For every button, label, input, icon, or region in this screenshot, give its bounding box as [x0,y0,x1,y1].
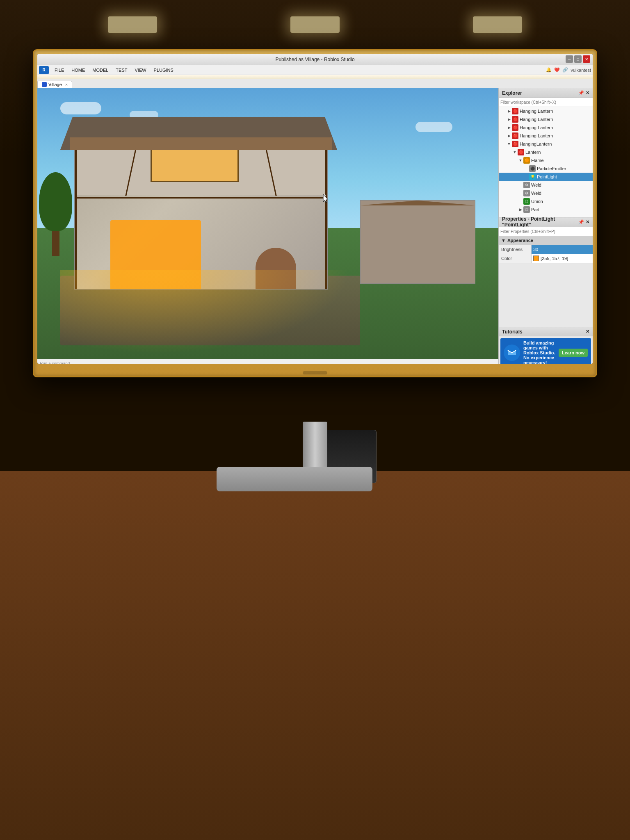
tree-item-hanging-lantern-5[interactable]: ▼ 🔴 HangingLantern [499,140,593,148]
explorer-header: Explorer 📌 ✕ [499,88,593,98]
explorer-filter[interactable] [499,98,593,107]
point-light-icon: 💡 [529,173,536,180]
building-main [74,136,328,290]
tree-item-union[interactable]: ⬡ Union [499,197,593,205]
appearance-arrow: ▼ [501,238,506,243]
ceiling-light-3 [473,16,522,33]
learn-now-button[interactable]: Learn now [559,349,588,357]
properties-filter[interactable] [499,227,593,236]
scene-tab[interactable]: Village × [37,81,72,88]
cloud-1 [60,102,101,114]
tree-item-lantern[interactable]: ▼ 🔴 Lantern [499,148,593,156]
explorer-pin[interactable]: 📌 [578,90,584,96]
bg-roof [361,201,475,205]
window-title: Published as Village - Roblox Studio [275,57,354,62]
menu-file[interactable]: FILE [51,67,67,73]
menu-test[interactable]: TEST [112,67,130,73]
menu-bar: R FILE HOME MODEL TEST VIEW PLUGINS 🔔 ❤️… [37,65,593,75]
tree-left [37,172,74,256]
brightness-row: Brightness 30 [499,245,593,254]
lantern-icon-5: 🔴 [512,141,518,147]
monitor-bezel-bottom [303,371,327,374]
color-value[interactable]: [255, 157, 19] [532,254,593,263]
roblox-logo: R [39,66,49,74]
command-bar[interactable]: Run a command [37,359,498,364]
tutorials-header: Tutorials ✕ [499,327,593,336]
ceiling-lights [0,16,630,33]
properties-header: Properties - PointLight "PointLight" 📌 ✕ [499,217,593,227]
tutorials-icon [504,345,520,361]
tree-item-hanging-lantern-4[interactable]: ▶ 🔴 Hanging Lantern [499,132,593,140]
cloud-3 [415,122,452,132]
title-bar: Published as Village - Roblox Studio ─ □… [37,54,593,65]
explorer-actions: 📌 ✕ [578,90,589,96]
color-row: Color [255, 157, 19] [499,254,593,263]
appearance-section: ▼ Appearance [499,236,593,245]
command-placeholder: Run a command [40,361,70,364]
brightness-value[interactable]: 30 [532,245,593,254]
menu-home[interactable]: HOME [68,67,88,73]
tutorials-close[interactable]: ✕ [586,329,589,334]
tree-item-particle-emitter[interactable]: ⚫ ParticleEmitter [499,164,593,173]
tutorials-content: Build amazing games with Roblox Studio. … [500,338,591,364]
tree-item-flame[interactable]: ▼ 🟠 Flame [499,156,593,164]
lantern-icon-3: 🔴 [512,124,518,131]
tree-item-weld-1[interactable]: ⚙ Weld [499,181,593,189]
properties-panel: Properties - PointLight "PointLight" 📌 ✕… [499,217,593,327]
username: vulkantest [571,68,591,73]
ceiling-light-2 [290,16,340,33]
menu-view[interactable]: VIEW [131,67,149,73]
lantern-icon-1: 🔴 [512,108,518,114]
minimize-button[interactable]: ─ [566,55,573,63]
desk-surface [0,471,630,840]
lantern-glow [60,270,383,364]
lantern-icon-6: 🔴 [518,149,524,155]
viewport[interactable]: Run a command [37,88,498,364]
properties-pin[interactable]: 📌 [578,219,584,225]
tutorials-panel: Tutorials ✕ Build amazing games with Rob… [499,327,593,364]
flame-icon: 🟠 [523,157,530,164]
particle-icon: ⚫ [529,165,536,172]
tree-item-part[interactable]: ▶ □ Part [499,205,593,214]
cursor-pointer [323,194,329,203]
tutorials-title: Tutorials [502,329,523,335]
properties-title: Properties - PointLight "PointLight" [502,216,578,228]
explorer-tree: ▶ 🔴 Hanging Lantern ▶ 🔴 Hanging Lantern … [499,107,593,217]
explorer-close[interactable]: ✕ [586,90,589,96]
color-swatch [533,256,539,261]
tutorials-text: Build amazing games with Roblox Studio. … [523,340,555,364]
tree-item-point-light[interactable]: 💡 PointLight [499,173,593,181]
menu-plugins[interactable]: PLUGINS [151,67,177,73]
color-label: Color [499,254,532,263]
union-icon: ⬡ [523,198,530,205]
stand-neck [303,422,327,471]
monitor-screen: Published as Village - Roblox Studio ─ □… [37,54,593,364]
ceiling-light-1 [108,16,157,33]
explorer-title: Explorer [502,90,522,96]
tree-item-hanging-lantern-2[interactable]: ▶ 🔴 Hanging Lantern [499,115,593,123]
part-icon: □ [523,206,530,213]
window-controls: ─ □ ✕ [566,55,590,63]
properties-close[interactable]: ✕ [586,219,589,225]
tree-item-hanging-lantern-3[interactable]: ▶ 🔴 Hanging Lantern [499,123,593,132]
right-panel: Explorer 📌 ✕ ▶ 🔴 Hanging [498,88,593,364]
properties-search-input[interactable] [500,229,591,234]
tree-item-hanging-lantern-1[interactable]: ▶ 🔴 Hanging Lantern [499,107,593,115]
brightness-label: Brightness [499,245,532,254]
tab-bar: Village × [37,79,593,88]
weld-icon-1: ⚙ [523,182,530,188]
tree-item-weld-2[interactable]: ⚙ Weld [499,189,593,197]
monitor-stand [258,422,372,491]
lantern-icon-2: 🔴 [512,116,518,123]
main-content: Run a command Explorer 📌 ✕ [37,88,593,364]
explorer-search-input[interactable] [500,100,591,105]
lantern-icon-4: 🔴 [512,132,518,139]
roof-body [70,137,333,150]
close-button[interactable]: ✕ [583,55,590,63]
upper-window [151,146,239,182]
monitor-frame: Published as Village - Roblox Studio ─ □… [33,49,597,377]
menu-model[interactable]: MODEL [89,67,112,73]
maximize-button[interactable]: □ [574,55,582,63]
properties-actions: 📌 ✕ [578,219,589,225]
ribbon [37,75,593,79]
